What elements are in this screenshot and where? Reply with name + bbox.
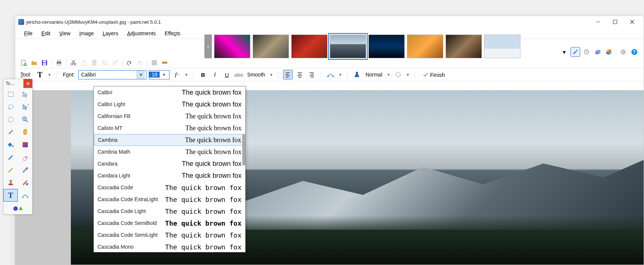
font-option[interactable]: CandaraThe quick brown fox [94, 158, 245, 170]
redo-button[interactable] [135, 58, 145, 68]
tool-move-selection[interactable] [18, 88, 32, 101]
font-option[interactable]: Californian FBThe quick brown fox [94, 110, 245, 122]
tool-line[interactable] [18, 189, 32, 202]
font-family-input[interactable] [79, 72, 137, 78]
tool-paint-bucket[interactable] [3, 138, 18, 151]
tool-clone-stamp[interactable] [3, 176, 18, 189]
maximize-button[interactable] [607, 16, 624, 28]
ruler-button[interactable] [160, 58, 170, 68]
tool-eraser[interactable] [18, 151, 32, 164]
layers-window-toggle[interactable] [593, 47, 602, 57]
selection-clip-button[interactable] [393, 70, 403, 79]
copy-button[interactable] [79, 58, 89, 68]
font-option[interactable]: Cascadia CodeThe quick brown fox [94, 181, 245, 193]
thumb-menu-button[interactable]: ▾ [559, 47, 569, 57]
font-option[interactable]: CalibriThe quick brown fox [94, 86, 245, 98]
open-button[interactable] [29, 58, 39, 68]
italic-button[interactable]: I [210, 70, 220, 79]
font-family-combo[interactable]: ▼ [78, 70, 147, 79]
size-dropdown-arrow[interactable]: ▼ [160, 71, 168, 79]
save-button[interactable] [40, 58, 49, 68]
tool-lasso[interactable] [3, 101, 18, 113]
menu-adjustments[interactable]: Adjustments [123, 29, 160, 38]
minimize-button[interactable] [589, 16, 607, 28]
help-button[interactable]: ? [630, 47, 639, 57]
document-thumb[interactable] [446, 35, 482, 58]
font-option[interactable]: Cascadia MonoThe quick brown fox [94, 241, 245, 252]
toolbox-window[interactable]: To… ✕ + T [3, 79, 33, 215]
document-thumb[interactable] [214, 35, 250, 58]
print-button[interactable] [54, 58, 64, 68]
align-left-button[interactable] [283, 70, 293, 79]
toolbox-header[interactable]: To… ✕ [3, 79, 32, 88]
tool-pan[interactable] [18, 126, 32, 138]
new-button[interactable]: + [19, 58, 29, 68]
tool-rectangle-select[interactable] [3, 88, 18, 101]
undo-button[interactable] [125, 58, 134, 68]
font-option[interactable]: Calibri LightThe quick brown fox [94, 98, 245, 110]
menu-file[interactable]: File [20, 29, 37, 38]
tool-zoom[interactable] [18, 113, 32, 126]
font-size-combo[interactable]: ▼ [149, 70, 170, 79]
tool-move-pixels[interactable]: + [18, 101, 32, 113]
font-metrics-button[interactable]: f□ [172, 70, 181, 79]
dropdown-scrollbar[interactable] [242, 134, 245, 166]
menu-view[interactable]: View [55, 29, 75, 38]
font-option[interactable]: Cambria MathThe quick brown fox [94, 146, 245, 158]
selection-clip-dropdown-arrow[interactable]: ▼ [405, 73, 410, 77]
colors-window-toggle[interactable] [604, 47, 614, 57]
settings-button[interactable] [618, 47, 628, 57]
tools-window-toggle[interactable] [571, 47, 580, 57]
sampling-dropdown-arrow[interactable]: ▼ [338, 73, 343, 77]
font-dropdown-arrow[interactable]: ▼ [137, 71, 145, 79]
font-option[interactable]: CambriaThe quick brown fox [94, 134, 245, 146]
font-option[interactable]: Cascadia Code SemiLightThe quick brown f… [94, 229, 245, 241]
document-thumb[interactable] [484, 35, 520, 58]
menu-edit[interactable]: Edit [37, 29, 55, 38]
font-dropdown-list[interactable]: CalibriThe quick brown foxCalibri LightT… [93, 86, 246, 252]
tool-ellipse-select[interactable] [3, 113, 18, 126]
align-right-button[interactable] [307, 70, 316, 79]
tool-gradient[interactable] [18, 138, 32, 151]
menu-image[interactable]: Image [75, 29, 98, 38]
document-thumb[interactable] [291, 35, 328, 58]
bold-button[interactable]: B [198, 70, 208, 79]
menu-effects[interactable]: Effects [160, 29, 185, 38]
tool-magic-wand[interactable] [3, 126, 18, 138]
thumb-prev-button[interactable]: ‹ [204, 35, 212, 58]
toolbox-close-button[interactable]: ✕ [23, 79, 32, 88]
blend-dropdown-arrow[interactable]: ▼ [386, 73, 391, 77]
font-option[interactable]: Candara LightThe quick brown fox [94, 170, 245, 181]
font-option[interactable]: Cascadia Code LightThe quick brown fox [94, 205, 245, 217]
close-button[interactable] [624, 16, 641, 28]
tool-text[interactable]: T [3, 189, 18, 202]
font-option[interactable]: Cascadia Code SemiBoldThe quick brown fo… [94, 217, 245, 229]
grid-button[interactable] [150, 58, 159, 68]
font-option[interactable]: Calisto MTThe quick brown fox [94, 122, 245, 134]
document-thumb[interactable] [253, 35, 289, 58]
strikethrough-button[interactable]: abc [234, 70, 243, 79]
crop-button[interactable] [100, 58, 109, 68]
tool-shapes[interactable] [3, 202, 32, 214]
antialias-dropdown-arrow[interactable]: ▼ [269, 73, 274, 77]
finish-button[interactable]: Finish [420, 70, 448, 79]
deselect-button[interactable] [110, 58, 120, 68]
blend-mode-icon-button[interactable] [352, 70, 362, 79]
sampling-button[interactable] [326, 70, 335, 79]
paste-button[interactable] [89, 58, 99, 68]
document-thumb[interactable] [407, 35, 443, 58]
metrics-dropdown-arrow[interactable]: ▼ [184, 73, 189, 77]
document-thumb[interactable] [368, 35, 405, 58]
font-size-input[interactable] [149, 72, 160, 78]
tool-pencil[interactable] [3, 164, 18, 176]
history-window-toggle[interactable] [582, 47, 591, 57]
align-center-button[interactable] [295, 70, 305, 79]
underline-button[interactable]: U [222, 70, 231, 79]
tool-recolor[interactable] [18, 176, 32, 189]
font-option[interactable]: Cascadia Code ExtraLightThe quick brown … [94, 193, 245, 205]
document-thumb-active[interactable] [330, 35, 366, 58]
tool-paintbrush[interactable] [3, 151, 18, 164]
tool-selector[interactable]: T [35, 70, 45, 79]
menu-layers[interactable]: Layers [98, 29, 123, 38]
tool-dropdown-arrow[interactable]: ▼ [47, 73, 52, 77]
